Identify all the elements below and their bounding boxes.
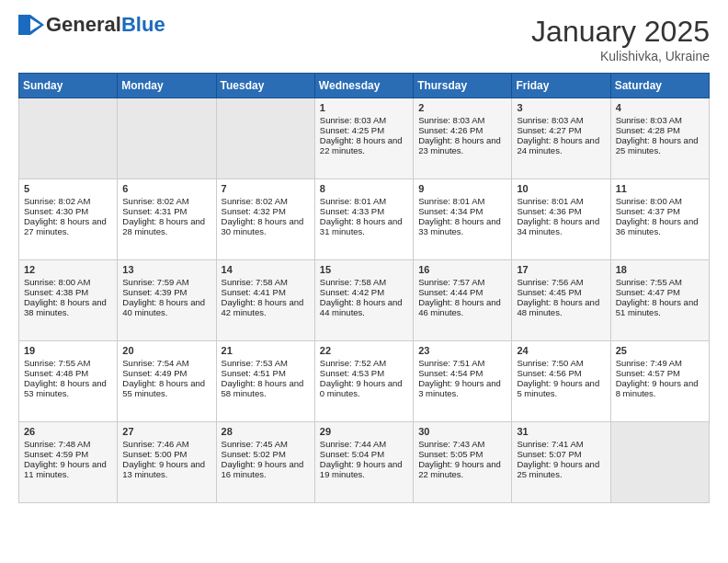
cell-text: Sunrise: 7:54 AM xyxy=(122,358,210,368)
svg-rect-0 xyxy=(18,15,30,35)
day-number: 30 xyxy=(418,426,506,437)
cell-text: Daylight: 9 hours and 8 minutes. xyxy=(616,378,704,398)
cell-text: Sunrise: 7:55 AM xyxy=(24,358,112,368)
cell-text: Daylight: 8 hours and 24 minutes. xyxy=(517,135,605,155)
cell-text: Daylight: 9 hours and 16 minutes. xyxy=(222,459,310,479)
calendar-cell xyxy=(118,98,216,179)
calendar-cell: 2Sunrise: 8:03 AMSunset: 4:26 PMDaylight… xyxy=(414,98,512,179)
cell-text: Sunrise: 8:01 AM xyxy=(418,196,506,206)
calendar-cell: 25Sunrise: 7:49 AMSunset: 4:57 PMDayligh… xyxy=(610,341,709,422)
calendar-cell: 3Sunrise: 8:03 AMSunset: 4:27 PMDaylight… xyxy=(512,98,610,179)
logo-icon xyxy=(18,15,44,35)
cell-text: Sunrise: 8:02 AM xyxy=(222,196,310,206)
day-number: 5 xyxy=(24,183,112,194)
day-header-wednesday: Wednesday xyxy=(314,74,413,98)
cell-text: Sunrise: 8:01 AM xyxy=(517,196,605,206)
cell-text: Sunset: 4:45 PM xyxy=(517,287,605,297)
day-number: 23 xyxy=(418,345,506,356)
cell-text: Daylight: 8 hours and 42 minutes. xyxy=(222,297,310,317)
cell-text: Sunset: 4:48 PM xyxy=(24,368,112,378)
cell-text: Sunrise: 7:44 AM xyxy=(320,439,408,449)
location: Kulishivka, Ukraine xyxy=(531,49,710,63)
cell-text: Daylight: 8 hours and 40 minutes. xyxy=(122,297,210,317)
day-number: 6 xyxy=(122,183,210,194)
cell-text: Sunrise: 7:58 AM xyxy=(222,277,310,287)
calendar-cell: 24Sunrise: 7:50 AMSunset: 4:56 PMDayligh… xyxy=(512,341,610,422)
cell-text: Daylight: 8 hours and 30 minutes. xyxy=(222,216,310,236)
day-number: 15 xyxy=(320,264,408,275)
day-number: 18 xyxy=(616,264,704,275)
cell-text: Sunrise: 7:52 AM xyxy=(320,358,408,368)
cell-text: Sunset: 5:02 PM xyxy=(222,449,310,459)
header: GeneralBlue January 2025 Kulishivka, Ukr… xyxy=(18,15,710,63)
cell-text: Daylight: 8 hours and 22 minutes. xyxy=(320,135,408,155)
cell-text: Daylight: 8 hours and 31 minutes. xyxy=(320,216,408,236)
cell-text: Sunset: 4:39 PM xyxy=(122,287,210,297)
day-header-saturday: Saturday xyxy=(610,74,709,98)
cell-text: Daylight: 8 hours and 25 minutes. xyxy=(616,135,704,155)
day-number: 22 xyxy=(320,345,408,356)
cell-text: Sunrise: 8:03 AM xyxy=(320,115,408,125)
calendar-cell: 26Sunrise: 7:48 AMSunset: 4:59 PMDayligh… xyxy=(19,422,118,503)
cell-text: Sunrise: 7:49 AM xyxy=(616,358,704,368)
cell-text: Sunset: 4:47 PM xyxy=(616,287,704,297)
cell-text: Daylight: 8 hours and 55 minutes. xyxy=(122,378,210,398)
calendar-cell: 15Sunrise: 7:58 AMSunset: 4:42 PMDayligh… xyxy=(314,260,413,341)
calendar-cell: 7Sunrise: 8:02 AMSunset: 4:32 PMDaylight… xyxy=(216,179,314,260)
cell-text: Daylight: 9 hours and 22 minutes. xyxy=(418,459,506,479)
calendar-cell: 30Sunrise: 7:43 AMSunset: 5:05 PMDayligh… xyxy=(414,422,512,503)
cell-text: Sunset: 4:57 PM xyxy=(616,368,704,378)
day-number: 12 xyxy=(24,264,112,275)
cell-text: Daylight: 9 hours and 5 minutes. xyxy=(517,378,605,398)
logo: GeneralBlue xyxy=(18,15,165,35)
calendar-cell: 31Sunrise: 7:41 AMSunset: 5:07 PMDayligh… xyxy=(512,422,610,503)
cell-text: Sunrise: 7:57 AM xyxy=(418,277,506,287)
cell-text: Sunrise: 7:53 AM xyxy=(222,358,310,368)
cell-text: Sunset: 4:54 PM xyxy=(418,368,506,378)
cell-text: Sunrise: 7:56 AM xyxy=(517,277,605,287)
cell-text: Sunrise: 7:59 AM xyxy=(122,277,210,287)
day-number: 25 xyxy=(616,345,704,356)
calendar-cell: 19Sunrise: 7:55 AMSunset: 4:48 PMDayligh… xyxy=(19,341,118,422)
day-header-friday: Friday xyxy=(512,74,610,98)
day-number: 14 xyxy=(222,264,310,275)
calendar-cell: 17Sunrise: 7:56 AMSunset: 4:45 PMDayligh… xyxy=(512,260,610,341)
cell-text: Sunrise: 7:45 AM xyxy=(222,439,310,449)
cell-text: Sunset: 5:00 PM xyxy=(122,449,210,459)
calendar-cell: 21Sunrise: 7:53 AMSunset: 4:51 PMDayligh… xyxy=(216,341,314,422)
day-number: 19 xyxy=(24,345,112,356)
cell-text: Sunset: 4:38 PM xyxy=(24,287,112,297)
cell-text: Sunset: 4:32 PM xyxy=(222,206,310,216)
cell-text: Sunrise: 7:58 AM xyxy=(320,277,408,287)
cell-text: Sunset: 4:59 PM xyxy=(24,449,112,459)
week-row-1: 5Sunrise: 8:02 AMSunset: 4:30 PMDaylight… xyxy=(19,179,710,260)
cell-text: Sunrise: 7:50 AM xyxy=(517,358,605,368)
calendar-cell: 10Sunrise: 8:01 AMSunset: 4:36 PMDayligh… xyxy=(512,179,610,260)
cell-text: Sunset: 5:04 PM xyxy=(320,449,408,459)
cell-text: Sunset: 4:42 PM xyxy=(320,287,408,297)
logo-blue-text: Blue xyxy=(121,15,165,35)
day-number: 8 xyxy=(320,183,408,194)
calendar-cell xyxy=(19,98,118,179)
day-number: 16 xyxy=(418,264,506,275)
day-number: 29 xyxy=(320,426,408,437)
cell-text: Sunrise: 8:03 AM xyxy=(616,115,704,125)
month-title: January 2025 xyxy=(531,15,710,49)
logo-general-text: General xyxy=(46,15,121,35)
cell-text: Daylight: 9 hours and 25 minutes. xyxy=(517,459,605,479)
title-block: January 2025 Kulishivka, Ukraine xyxy=(531,15,710,63)
cell-text: Sunrise: 7:43 AM xyxy=(418,439,506,449)
day-number: 17 xyxy=(517,264,605,275)
cell-text: Daylight: 8 hours and 44 minutes. xyxy=(320,297,408,317)
day-number: 20 xyxy=(122,345,210,356)
week-row-4: 26Sunrise: 7:48 AMSunset: 4:59 PMDayligh… xyxy=(19,422,710,503)
cell-text: Sunset: 4:36 PM xyxy=(517,206,605,216)
cell-text: Sunset: 4:27 PM xyxy=(517,125,605,135)
calendar-cell: 1Sunrise: 8:03 AMSunset: 4:25 PMDaylight… xyxy=(314,98,413,179)
cell-text: Daylight: 9 hours and 0 minutes. xyxy=(320,378,408,398)
cell-text: Sunrise: 7:46 AM xyxy=(122,439,210,449)
cell-text: Daylight: 8 hours and 58 minutes. xyxy=(222,378,310,398)
cell-text: Daylight: 9 hours and 13 minutes. xyxy=(122,459,210,479)
day-number: 3 xyxy=(517,102,605,113)
cell-text: Sunset: 4:31 PM xyxy=(122,206,210,216)
